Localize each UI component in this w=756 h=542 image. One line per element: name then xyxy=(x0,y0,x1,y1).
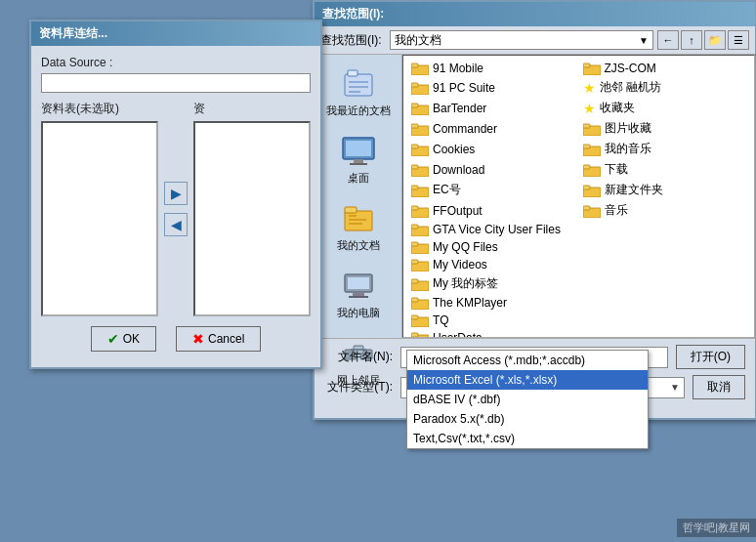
list-item[interactable]: BarTender xyxy=(407,98,579,118)
list-item[interactable]: 图片收藏 xyxy=(579,118,751,139)
type-menu-item[interactable]: Microsoft Excel (*.xls,*.xlsx) xyxy=(407,370,648,390)
arrow-left-button[interactable]: ◀ xyxy=(164,213,188,236)
sidebar-desktop[interactable]: 桌面 xyxy=(319,130,398,189)
column-label: 资 xyxy=(193,101,311,117)
list-item[interactable]: ZJS-COM xyxy=(579,60,751,77)
svg-rect-7 xyxy=(345,207,357,213)
svg-rect-57 xyxy=(411,298,418,302)
list-item[interactable]: My 我的标签 xyxy=(407,273,579,294)
list-item[interactable]: FFOutput xyxy=(407,200,579,221)
svg-rect-10 xyxy=(349,223,362,225)
type-menu-item[interactable]: Microsoft Access (*.mdb;*.accdb) xyxy=(407,351,648,370)
table-listbox[interactable] xyxy=(41,121,158,316)
sidebar-recent[interactable]: 我最近的文档 xyxy=(319,63,398,122)
file-toolbar: 查找范围(I): 我的文档 ▼ ← ↑ 📁 ☰ xyxy=(315,26,755,55)
new-folder-button[interactable]: 📁 xyxy=(704,30,726,50)
svg-rect-8 xyxy=(349,215,357,217)
db-dialog-body: Data Source : 资料表(未选取) ▶ ◀ 资 ✔ OK ✖ xyxy=(31,46,320,367)
list-item-empty xyxy=(579,273,751,294)
svg-rect-12 xyxy=(348,277,369,289)
list-item[interactable]: GTA Vice City User Files xyxy=(407,221,579,238)
back-button[interactable]: ← xyxy=(657,30,679,50)
cancel-label: Cancel xyxy=(208,332,244,346)
svg-rect-9 xyxy=(349,219,366,221)
file-dialog-title: 查找范围(I): xyxy=(315,2,755,26)
db-columns: 资料表(未选取) ▶ ◀ 资 xyxy=(41,101,311,316)
file-main-area: 我最近的文档 桌面 xyxy=(315,55,755,338)
ok-icon: ✔ xyxy=(107,331,119,347)
desktop-label: 桌面 xyxy=(348,171,369,186)
type-menu-item[interactable]: dBASE IV (*.dbf) xyxy=(407,390,648,409)
cancel-button[interactable]: ✖ Cancel xyxy=(176,326,261,352)
view-menu-button[interactable]: ☰ xyxy=(728,30,749,50)
list-item[interactable]: 下载 xyxy=(579,159,751,180)
svg-rect-25 xyxy=(411,83,418,87)
type-menu-item[interactable]: Paradox 5.x(*.db) xyxy=(407,409,648,429)
sidebar-mydocs[interactable]: 我的文档 xyxy=(319,197,398,257)
up-button[interactable]: ↑ xyxy=(681,30,702,50)
list-item[interactable]: Commander xyxy=(407,118,579,139)
svg-rect-37 xyxy=(411,165,418,169)
svg-rect-3 xyxy=(346,141,371,156)
list-item-empty xyxy=(579,221,751,238)
dropdown-arrow-icon: ▼ xyxy=(670,382,680,393)
db-dialog-title: 资料库连结... xyxy=(31,21,320,46)
arrow-right-button[interactable]: ▶ xyxy=(164,182,188,205)
list-item[interactable]: 新建文件夹 xyxy=(579,180,751,200)
list-item[interactable]: My QQ Files xyxy=(407,238,579,256)
filetype-cancel-button[interactable]: 取消 xyxy=(693,375,745,399)
svg-rect-27 xyxy=(411,104,418,107)
svg-rect-5 xyxy=(350,163,367,165)
svg-rect-47 xyxy=(583,206,590,210)
location-dropdown[interactable]: 我的文档 ▼ xyxy=(390,30,653,50)
svg-rect-35 xyxy=(583,145,590,148)
svg-rect-1 xyxy=(348,70,357,76)
svg-rect-51 xyxy=(411,242,418,246)
open-button[interactable]: 打开(O) xyxy=(676,345,745,369)
list-item-empty xyxy=(579,238,751,256)
arrow-column: ▶ ◀ xyxy=(164,101,188,316)
file-list[interactable]: 91 Mobile ZJS-COM 91 PC Suite ★池邻 融机坊 Ba… xyxy=(402,55,755,338)
list-item[interactable]: 我的音乐 xyxy=(579,139,751,159)
list-item[interactable]: ★收藏夹 xyxy=(579,98,751,118)
list-item[interactable]: The KMPlayer xyxy=(407,294,579,312)
filetype-label: 文件类型(T): xyxy=(324,379,393,396)
svg-rect-21 xyxy=(411,63,418,67)
data-source-label: Data Source : xyxy=(41,56,311,69)
column-listbox[interactable] xyxy=(193,121,311,316)
svg-rect-43 xyxy=(583,186,590,189)
list-item[interactable]: My Videos xyxy=(407,256,579,273)
type-menu-item[interactable]: Text,Csv(*.txt,*.csv) xyxy=(407,429,648,448)
list-item-empty xyxy=(579,312,751,329)
list-item[interactable]: TQ xyxy=(407,312,579,329)
filename-label: 文件名(N): xyxy=(324,349,393,365)
list-item[interactable]: ★池邻 融机坊 xyxy=(579,77,751,98)
list-item[interactable]: 91 PC Suite xyxy=(407,77,579,98)
mydocs-icon xyxy=(341,201,376,236)
svg-rect-0 xyxy=(345,74,372,96)
list-item[interactable]: EC号 xyxy=(407,180,579,200)
location-label: 查找范围(I): xyxy=(320,32,382,49)
svg-rect-55 xyxy=(411,279,418,283)
svg-rect-14 xyxy=(349,296,368,298)
desktop-icon xyxy=(341,134,376,169)
sidebar-mycomputer[interactable]: 我的电脑 xyxy=(319,265,398,324)
list-item-empty xyxy=(579,294,751,312)
recent-label: 我最近的文档 xyxy=(326,104,391,118)
list-item[interactable]: Cookies xyxy=(407,139,579,159)
data-source-input[interactable] xyxy=(41,73,311,93)
svg-rect-45 xyxy=(411,206,418,210)
svg-rect-4 xyxy=(354,159,363,163)
list-item[interactable]: 91 Mobile xyxy=(407,60,579,77)
mycomputer-icon xyxy=(341,269,376,304)
svg-rect-53 xyxy=(411,260,418,264)
table-label: 资料表(未选取) xyxy=(41,101,158,117)
svg-rect-41 xyxy=(411,186,418,189)
list-item[interactable]: Download xyxy=(407,159,579,180)
ok-button[interactable]: ✔ OK xyxy=(91,326,156,352)
list-item[interactable]: 音乐 xyxy=(579,200,751,221)
svg-rect-49 xyxy=(411,225,418,229)
watermark: 哲学吧|教星网 xyxy=(677,519,756,537)
list-item[interactable]: UserData xyxy=(407,329,579,338)
type-dropdown-menu: Microsoft Access (*.mdb;*.accdb)Microsof… xyxy=(406,350,649,449)
